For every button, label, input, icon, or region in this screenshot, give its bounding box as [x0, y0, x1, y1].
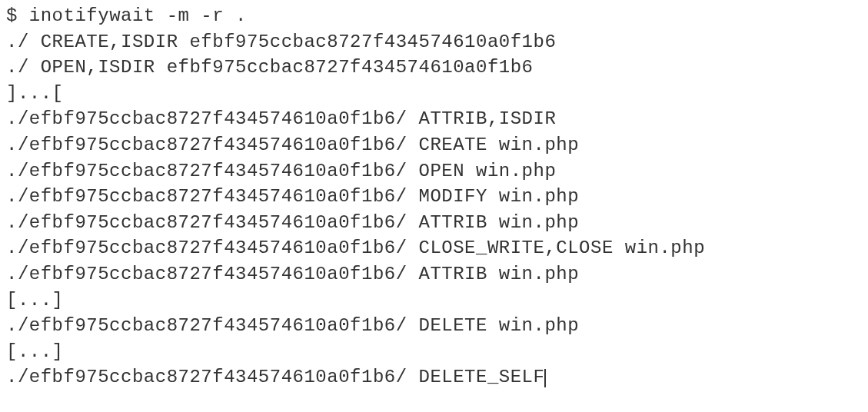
shell-prompt: $	[6, 5, 29, 26]
output-line: ./efbf975ccbac8727f434574610a0f1b6/ OPEN…	[6, 158, 862, 184]
output-text: ./efbf975ccbac8727f434574610a0f1b6/ DELE…	[6, 367, 544, 387]
output-line: ]...[	[6, 81, 862, 107]
output-line: ./ CREATE,ISDIR efbf975ccbac8727f4345746…	[6, 29, 862, 55]
output-line: ./efbf975ccbac8727f434574610a0f1b6/ MODI…	[6, 184, 862, 210]
terminal-output[interactable]: $ inotifywait -m -r . ./ CREATE,ISDIR ef…	[6, 3, 862, 390]
output-line: ./efbf975ccbac8727f434574610a0f1b6/ CREA…	[6, 132, 862, 158]
command-line: $ inotifywait -m -r .	[6, 3, 862, 29]
output-line: [...]	[6, 339, 862, 365]
output-line: ./efbf975ccbac8727f434574610a0f1b6/ ATTR…	[6, 106, 862, 132]
output-line: [...]	[6, 287, 862, 314]
output-line: ./efbf975ccbac8727f434574610a0f1b6/ DELE…	[6, 313, 862, 339]
text-cursor-icon	[544, 369, 546, 387]
output-line-last: ./efbf975ccbac8727f434574610a0f1b6/ DELE…	[6, 364, 862, 390]
output-line: ./efbf975ccbac8727f434574610a0f1b6/ CLOS…	[6, 235, 862, 261]
command-text: inotifywait -m -r .	[29, 5, 247, 26]
output-line: ./efbf975ccbac8727f434574610a0f1b6/ ATTR…	[6, 261, 862, 287]
output-line: ./ OPEN,ISDIR efbf975ccbac8727f434574610…	[6, 55, 862, 81]
output-line: ./efbf975ccbac8727f434574610a0f1b6/ ATTR…	[6, 210, 862, 236]
